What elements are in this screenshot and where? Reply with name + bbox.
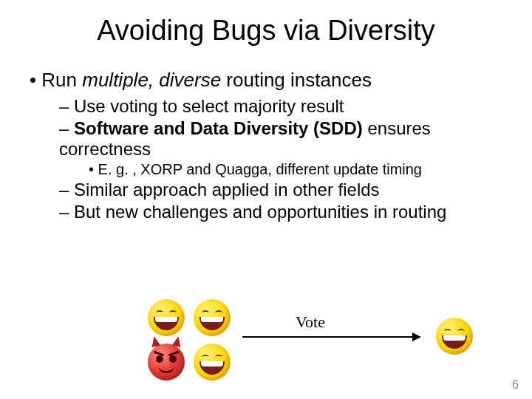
slide: Avoiding Bugs via Diversity Run multiple… <box>0 0 532 399</box>
vote-label: Vote <box>296 313 325 332</box>
text-strong: Software and Data Diversity (SDD) <box>74 118 367 138</box>
happy-face-icon <box>194 299 231 336</box>
vote-diagram: Vote <box>148 299 502 388</box>
happy-face-icon <box>148 299 185 336</box>
devil-face-icon <box>148 344 185 381</box>
bullet-challenges: But new challenges and opportunities in … <box>59 202 502 222</box>
page-number: 6 <box>512 378 519 392</box>
bullet-example: E. g. , XORP and Quagga, different updat… <box>89 161 502 178</box>
text: routing instances <box>221 69 372 91</box>
text: Run <box>41 69 82 91</box>
happy-face-icon <box>194 344 231 381</box>
bullet-sdd: Software and Data Diversity (SDD) ensure… <box>59 118 502 160</box>
arrow-icon <box>242 336 412 338</box>
happy-face-icon <box>436 318 473 355</box>
bullet-other-fields: Similar approach applied in other fields <box>59 180 502 200</box>
slide-title: Avoiding Bugs via Diversity <box>30 15 502 47</box>
text-emph: multiple, diverse <box>82 69 221 91</box>
arrow-head-icon <box>412 332 421 341</box>
bullet-run-instances: Run multiple, diverse routing instances <box>30 69 502 92</box>
bullet-voting: Use voting to select majority result <box>59 96 502 117</box>
